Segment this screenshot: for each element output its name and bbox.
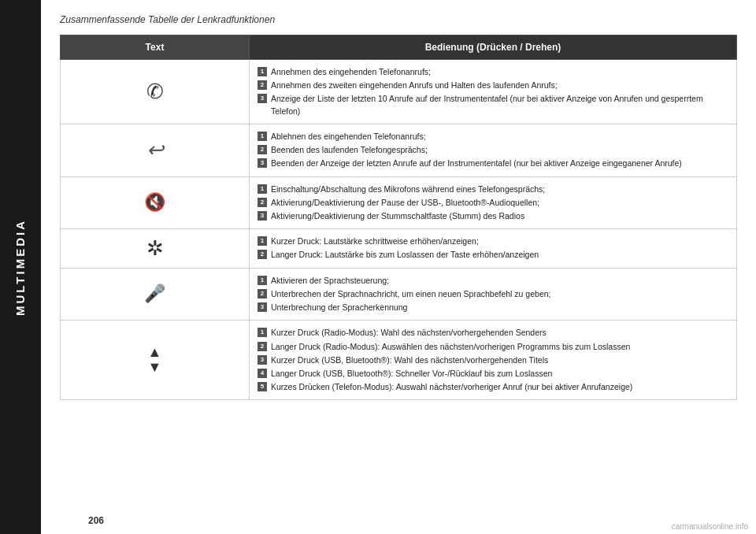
desc-cell: 1Kurzer Druck: Lautstärke schrittweise e… xyxy=(250,229,737,268)
missed-icon: ↩ xyxy=(146,138,164,161)
bullet-icon: 1 xyxy=(258,328,267,337)
bullet-icon: 1 xyxy=(258,276,267,285)
table-row: ↩1Ablehnen des eingehenden Telefonanrufs… xyxy=(61,124,737,176)
desc-list: 1Kurzer Druck (Radio-Modus): Wahl des nä… xyxy=(258,327,728,393)
list-item: 5Kurzes Drücken (Telefon-Modus): Auswahl… xyxy=(258,381,728,393)
bullet-icon: 2 xyxy=(258,80,267,90)
watermark: carmanualsonline.info xyxy=(672,522,748,531)
desc-text: Langer Druck (USB, Bluetooth®): Schnelle… xyxy=(271,368,552,380)
phone-icon: ✆ xyxy=(146,80,164,103)
mic-icon: 🎤 xyxy=(144,284,165,303)
icon-cell: 🎤 xyxy=(61,268,250,321)
desc-text: Kurzer Druck (Radio-Modus): Wahl des näc… xyxy=(271,327,547,339)
mute-icon: 🔇 xyxy=(144,192,165,212)
list-item: 3Anzeige der Liste der letzten 10 Anrufe… xyxy=(258,93,728,117)
list-item: 1Aktivieren der Sprachsteuerung; xyxy=(258,275,728,287)
bullet-icon: 2 xyxy=(258,250,267,259)
bullet-icon: 1 xyxy=(258,236,267,246)
desc-list: 1Kurzer Druck: Lautstärke schrittweise e… xyxy=(258,235,728,261)
bullet-icon: 3 xyxy=(258,355,267,365)
desc-text: Langer Druck (Radio-Modus): Auswählen de… xyxy=(271,341,630,353)
desc-text: Aktivierung/Deaktivierung der Stummschal… xyxy=(271,210,524,222)
desc-cell: 1Aktivieren der Sprachsteuerung;2Unterbr… xyxy=(250,268,737,321)
desc-text: Kurzer Druck (USB, Bluetooth®): Wahl des… xyxy=(271,354,548,366)
desc-text: Kurzes Drücken (Telefon-Modus): Auswahl … xyxy=(271,381,632,393)
icon-cell: ✲ xyxy=(61,229,250,268)
list-item: 4Langer Druck (USB, Bluetooth®): Schnell… xyxy=(258,368,728,380)
list-item: 1Ablehnen des eingehenden Telefonanrufs; xyxy=(258,131,728,143)
col-header-action: Bedienung (Drücken / Drehen) xyxy=(250,35,737,60)
sidebar: MULTIMEDIA xyxy=(0,0,41,534)
table-row: ▲▼1Kurzer Druck (Radio-Modus): Wahl des … xyxy=(61,321,737,400)
desc-text: Unterbrechung der Spracherkennung xyxy=(271,302,407,313)
list-item: 1Kurzer Druck (Radio-Modus): Wahl des nä… xyxy=(258,327,728,339)
bullet-icon: 3 xyxy=(258,94,267,103)
table-row: ✆1Annehmen des eingehenden Telefonanrufs… xyxy=(61,60,737,124)
desc-list: 1Ablehnen des eingehenden Telefonanrufs;… xyxy=(258,131,728,170)
sidebar-label: MULTIMEDIA xyxy=(14,218,28,315)
list-item: 3Unterbrechung der Spracherkennung xyxy=(258,302,728,313)
list-item: 2Beenden des laufenden Telefongesprächs; xyxy=(258,144,728,156)
desc-text: Annehmen des zweiten eingehenden Anrufs … xyxy=(271,80,558,91)
table-row: 🔇1Einschaltung/Abschaltung des Mikrofons… xyxy=(61,176,737,229)
desc-cell: 1Kurzer Druck (Radio-Modus): Wahl des nä… xyxy=(250,321,737,400)
list-item: 2Aktivierung/Deaktivierung der Pause der… xyxy=(258,197,728,209)
icon-cell: ↩ xyxy=(61,124,250,176)
bullet-icon: 1 xyxy=(258,132,267,141)
desc-text: Anzeige der Liste der letzten 10 Anrufe … xyxy=(271,93,728,117)
desc-text: Aktivierung/Deaktivierung der Pause der … xyxy=(271,197,539,209)
desc-text: Ablehnen des eingehenden Telefonanrufs; xyxy=(271,131,426,143)
main-table: Text Bedienung (Drücken / Drehen) ✆1Anne… xyxy=(60,35,737,400)
desc-text: Aktivieren der Sprachsteuerung; xyxy=(271,275,389,287)
bullet-icon: 2 xyxy=(258,289,267,299)
list-item: 1Annehmen des eingehenden Telefonanrufs; xyxy=(258,66,728,78)
list-item: 3Beenden der Anzeige der letzten Anrufe … xyxy=(258,158,728,169)
list-item: 3Kurzer Druck (USB, Bluetooth®): Wahl de… xyxy=(258,354,728,366)
col-header-text: Text xyxy=(61,35,250,60)
wheel-icon: ✲ xyxy=(146,236,164,260)
bullet-icon: 4 xyxy=(258,369,267,378)
desc-list: 1Annehmen des eingehenden Telefonanrufs;… xyxy=(258,66,728,117)
list-item: 2Langer Druck (Radio-Modus): Auswählen d… xyxy=(258,341,728,353)
desc-text: Beenden der Anzeige der letzten Anrufe a… xyxy=(271,158,682,169)
main-content: Zusammenfassende Tabelle der Lenkradfunk… xyxy=(41,0,756,534)
desc-cell: 1Ablehnen des eingehenden Telefonanrufs;… xyxy=(250,124,737,176)
bullet-icon: 2 xyxy=(258,198,267,207)
bullet-icon: 1 xyxy=(258,184,267,194)
list-item: 1Kurzer Druck: Lautstärke schrittweise e… xyxy=(258,235,728,247)
desc-cell: 1Annehmen des eingehenden Telefonanrufs;… xyxy=(250,60,737,124)
desc-list: 1Einschaltung/Abschaltung des Mikrofons … xyxy=(258,184,728,223)
list-item: 2Annehmen des zweiten eingehenden Anrufs… xyxy=(258,80,728,91)
table-row: ✲1Kurzer Druck: Lautstärke schrittweise … xyxy=(61,229,737,268)
icon-cell: 🔇 xyxy=(61,176,250,229)
bullet-icon: 3 xyxy=(258,158,267,168)
bullet-icon: 2 xyxy=(258,145,267,154)
desc-text: Beenden des laufenden Telefongesprächs; xyxy=(271,144,428,156)
list-item: 3Aktivierung/Deaktivierung der Stummscha… xyxy=(258,210,728,222)
list-item: 2Unterbrechen der Sprachnachricht, um ei… xyxy=(258,288,728,300)
bullet-icon: 3 xyxy=(258,302,267,312)
bullet-icon: 5 xyxy=(258,382,267,391)
desc-text: Annehmen des eingehenden Telefonanrufs; xyxy=(271,66,431,78)
icon-cell: ✆ xyxy=(61,60,250,124)
desc-text: Langer Druck: Lautstärke bis zum Loslass… xyxy=(271,249,539,261)
page-title: Zusammenfassende Tabelle der Lenkradfunk… xyxy=(60,14,737,25)
desc-text: Kurzer Druck: Lautstärke schrittweise er… xyxy=(271,235,479,247)
arrow-updown-icon: ▲▼ xyxy=(69,345,241,376)
icon-cell: ▲▼ xyxy=(61,321,250,400)
desc-cell: 1Einschaltung/Abschaltung des Mikrofons … xyxy=(250,176,737,229)
bullet-icon: 1 xyxy=(258,67,267,76)
desc-text: Einschaltung/Abschaltung des Mikrofons w… xyxy=(271,184,545,195)
page-number: 206 xyxy=(88,515,104,526)
list-item: 1Einschaltung/Abschaltung des Mikrofons … xyxy=(258,184,728,195)
bullet-icon: 3 xyxy=(258,211,267,221)
desc-list: 1Aktivieren der Sprachsteuerung;2Unterbr… xyxy=(258,275,728,314)
table-row: 🎤1Aktivieren der Sprachsteuerung;2Unterb… xyxy=(61,268,737,321)
desc-text: Unterbrechen der Sprachnachricht, um ein… xyxy=(271,288,550,300)
bullet-icon: 2 xyxy=(258,342,267,351)
list-item: 2Langer Druck: Lautstärke bis zum Loslas… xyxy=(258,249,728,261)
